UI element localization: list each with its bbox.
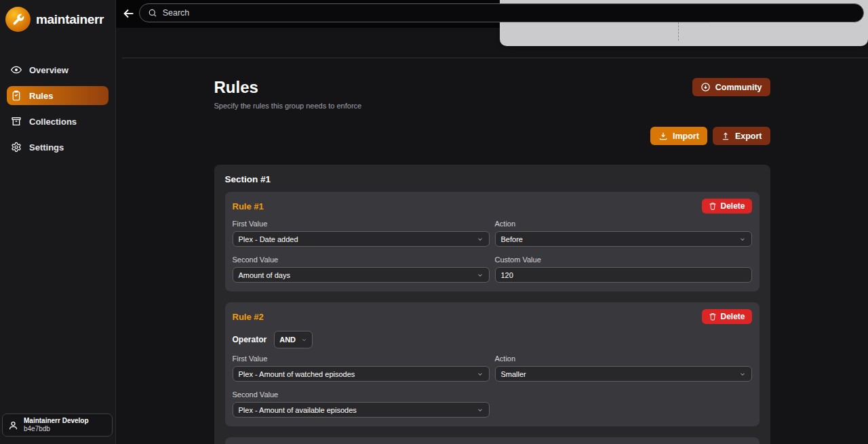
- first-value-select[interactable]: Plex - Date added: [233, 231, 490, 247]
- version-build: b4e7bdb: [24, 425, 89, 433]
- sidebar-item-rules[interactable]: Rules: [7, 86, 108, 105]
- first-value-select[interactable]: Plex - Amount of watched episodes: [233, 366, 490, 382]
- header-divider: [122, 58, 868, 58]
- sidebar-item-settings[interactable]: Settings: [7, 138, 108, 157]
- second-value-selected: Plex - Amount of available episodes: [239, 406, 357, 414]
- community-download-icon: [701, 82, 711, 92]
- export-button-label: Export: [735, 132, 762, 141]
- chevron-down-icon: [477, 272, 484, 279]
- delete-rule-button[interactable]: Delete: [702, 199, 751, 214]
- back-button[interactable]: [121, 6, 136, 24]
- eye-icon: [11, 64, 22, 75]
- page-subtitle: Specify the rules this group needs to en…: [214, 102, 362, 110]
- sidebar-item-label: Overview: [29, 65, 68, 75]
- user-icon: [8, 420, 18, 430]
- action-selected: Smaller: [501, 370, 526, 378]
- version-info[interactable]: Maintainerr Develop b4e7bdb: [2, 413, 113, 437]
- community-button-label: Community: [715, 83, 762, 92]
- delete-button-label: Delete: [720, 312, 745, 321]
- sidebar-item-collections[interactable]: Collections: [7, 112, 108, 131]
- sidebar-item-label: Settings: [29, 142, 64, 153]
- custom-value-label: Custom Value: [495, 256, 752, 264]
- import-button[interactable]: Import: [650, 127, 707, 145]
- action-label: Action: [495, 220, 752, 228]
- search-bar[interactable]: [139, 3, 864, 22]
- maintainerr-logo-icon: [5, 7, 31, 32]
- trash-icon: [709, 202, 717, 210]
- import-icon: [658, 132, 668, 141]
- first-value-label: First Value: [233, 220, 490, 228]
- main-content: Rules Specify the rules this group needs…: [116, 58, 868, 444]
- sidebar-nav: Overview Rules Collections Settings: [0, 60, 115, 157]
- rule-section: Section #1 Rule #1 Delete First Value Pl…: [214, 165, 770, 444]
- chevron-down-icon: [739, 371, 746, 378]
- rule-card-3: Rule #3 Delete Operator AND: [225, 437, 760, 444]
- custom-value-input[interactable]: [495, 267, 752, 283]
- sidebar-item-overview[interactable]: Overview: [7, 60, 108, 79]
- sidebar: maintainerr Overview Rules Collections S…: [0, 0, 116, 444]
- rule-card-1: Rule #1 Delete First Value Plex - Date a…: [225, 192, 760, 291]
- app-title: maintainerr: [36, 12, 104, 27]
- page-title: Rules: [214, 78, 362, 97]
- second-value-select[interactable]: Plex - Amount of available episodes: [233, 402, 490, 418]
- first-value-selected: Plex - Date added: [239, 235, 298, 243]
- first-value-label: First Value: [233, 355, 490, 363]
- search-input[interactable]: [163, 8, 855, 18]
- section-title: Section #1: [225, 174, 760, 184]
- rule-card-2: Rule #2 Delete Operator AND First Val: [225, 302, 760, 426]
- sidebar-item-label: Rules: [29, 91, 53, 101]
- archive-icon: [11, 116, 22, 127]
- operator-selected: AND: [279, 336, 296, 344]
- action-select[interactable]: Smaller: [495, 366, 752, 382]
- action-label: Action: [495, 355, 752, 363]
- rule-title: Rule #1: [233, 201, 264, 211]
- chevron-down-icon: [477, 371, 484, 378]
- community-button[interactable]: Community: [692, 78, 770, 96]
- second-value-selected: Amount of days: [239, 271, 290, 279]
- first-value-selected: Plex - Amount of watched episodes: [239, 370, 355, 378]
- trash-icon: [709, 312, 717, 321]
- chevron-down-icon: [477, 236, 484, 243]
- operator-label: Operator: [233, 335, 267, 344]
- gear-icon: [11, 142, 22, 153]
- clipboard-icon: [11, 90, 22, 101]
- rule-title: Rule #2: [233, 312, 264, 322]
- search-icon: [148, 8, 157, 18]
- import-button-label: Import: [673, 132, 699, 141]
- export-icon: [721, 132, 730, 141]
- app-logo[interactable]: maintainerr: [0, 0, 115, 39]
- topbar: [116, 0, 868, 28]
- chevron-down-icon: [739, 236, 746, 243]
- sidebar-item-label: Collections: [29, 117, 77, 127]
- second-value-select[interactable]: Amount of days: [233, 267, 490, 283]
- second-value-label: Second Value: [233, 256, 490, 264]
- operator-select[interactable]: AND: [274, 331, 313, 348]
- second-value-label: Second Value: [233, 390, 490, 399]
- version-name: Maintainerr Develop: [24, 417, 89, 425]
- delete-rule-button[interactable]: Delete: [702, 309, 751, 324]
- arrow-left-icon: [121, 6, 136, 21]
- chevron-down-icon: [477, 407, 484, 413]
- action-selected: Before: [501, 235, 523, 243]
- action-select[interactable]: Before: [495, 231, 752, 247]
- export-button[interactable]: Export: [713, 127, 770, 145]
- chevron-down-icon: [301, 337, 307, 343]
- delete-button-label: Delete: [720, 201, 745, 211]
